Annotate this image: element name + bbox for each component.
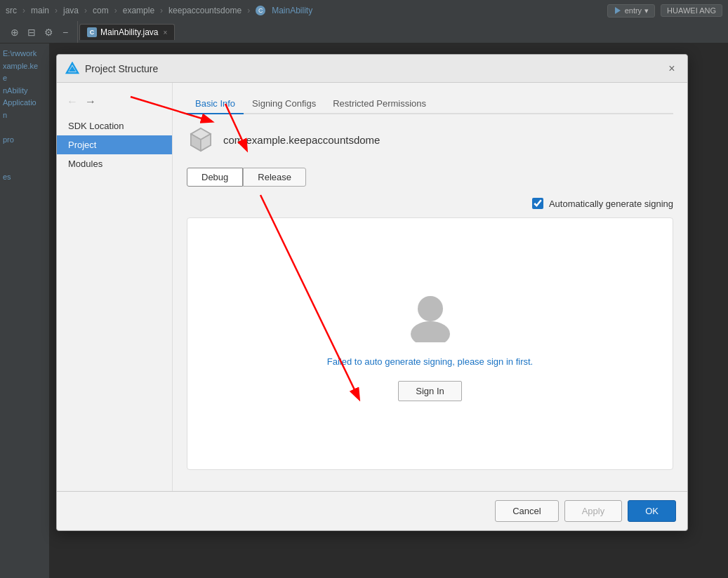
class-icon: C	[256, 6, 265, 15]
auto-sign-checkbox[interactable]	[532, 198, 543, 209]
sidebar-text: E:\rwworkxample.keenAbilityApplicationpr…	[0, 43, 49, 188]
dialog-body: ← → SDK Location Project Modules	[57, 83, 687, 491]
app-cube-icon	[187, 126, 215, 154]
package-name: com.example.keepaccountsdome	[223, 134, 380, 146]
tab-restricted-permissions[interactable]: Restricted Permissions	[324, 94, 435, 114]
nav-item-project[interactable]: Project	[57, 135, 172, 154]
breadcrumb-main: main	[31, 6, 49, 15]
app-info-row: com.example.keepaccountsdome	[187, 126, 673, 154]
nav-item-sdk-location[interactable]: SDK Location	[57, 116, 172, 135]
apply-button[interactable]: Apply	[564, 500, 623, 522]
breadcrumb-mainability: MainAbility	[272, 6, 312, 15]
breadcrumb-java: java	[63, 6, 79, 15]
tab-signing-configs[interactable]: Signing Configs	[244, 94, 324, 114]
java-file-icon: C	[87, 27, 97, 37]
deveco-icon	[65, 62, 79, 76]
toolbar-icons: ⊕ ⊟ ⚙ −	[3, 21, 78, 43]
auto-sign-label: Automatically generate signing	[549, 199, 673, 209]
signin-area: Failed to auto generate signing, please …	[187, 217, 673, 470]
breadcrumb-keepaccountsdome: keepaccountsdome	[168, 6, 241, 15]
ide-tabbar: ⊕ ⊟ ⚙ − C MainAbility.java ×	[0, 21, 728, 43]
nav-navigation: ← →	[57, 91, 172, 116]
cancel-button[interactable]: Cancel	[495, 500, 558, 522]
nav-item-modules[interactable]: Modules	[57, 154, 172, 173]
settings-icon[interactable]: ⚙	[42, 26, 55, 39]
dialog-close-button[interactable]: ×	[665, 62, 679, 76]
project-structure-dialog: Project Structure × ← → SDK Location Pro…	[56, 54, 688, 531]
content-tab-bar: Basic Info Signing Configs Restricted Pe…	[187, 94, 673, 114]
svg-marker-0	[615, 7, 621, 14]
nav-forward-button[interactable]: →	[84, 94, 98, 109]
user-avatar-icon	[402, 286, 458, 342]
tab-basic-info[interactable]: Basic Info	[187, 94, 244, 114]
topbar-right: entry ▾ HUAWEI ANG	[607, 4, 722, 18]
dialog-titlebar: Project Structure ×	[57, 55, 687, 83]
ide-main: E:\rwworkxample.keenAbilityApplicationpr…	[0, 43, 728, 578]
breadcrumb-src: src	[6, 6, 17, 15]
dialog-title: Project Structure	[85, 63, 665, 74]
globe-icon[interactable]: ⊕	[8, 26, 21, 39]
nav-back-button[interactable]: ←	[65, 94, 79, 109]
entry-button[interactable]: entry ▾	[607, 4, 655, 18]
svg-point-7	[418, 296, 443, 321]
dialog-footer: Cancel Apply OK	[57, 491, 687, 530]
ok-button[interactable]: OK	[628, 500, 676, 522]
svg-point-8	[411, 321, 450, 342]
dialog-content: Basic Info Signing Configs Restricted Pe…	[173, 83, 687, 491]
build-type-toggle: Debug Release	[187, 168, 673, 187]
ide-topbar: src › main › java › com › example › keep…	[0, 0, 728, 21]
dialog-nav: ← → SDK Location Project Modules	[57, 83, 173, 491]
breadcrumb-com: com	[93, 6, 109, 15]
huawei-button[interactable]: HUAWEI ANG	[661, 4, 722, 17]
tab-close-icon[interactable]: ×	[163, 29, 167, 36]
breadcrumb-example: example	[123, 6, 154, 15]
run-icon	[614, 6, 622, 15]
ide-sidebar: E:\rwworkxample.keenAbilityApplicationpr…	[0, 43, 49, 578]
auto-sign-row: Automatically generate signing	[187, 198, 673, 209]
release-button[interactable]: Release	[243, 168, 306, 187]
signin-button[interactable]: Sign In	[398, 381, 461, 401]
split-icon[interactable]: ⊟	[25, 26, 38, 39]
minimize-icon[interactable]: −	[59, 26, 72, 39]
debug-button[interactable]: Debug	[187, 168, 243, 187]
signin-message: Failed to auto generate signing, please …	[327, 356, 533, 367]
file-tab-mainability[interactable]: C MainAbility.java ×	[79, 24, 175, 40]
